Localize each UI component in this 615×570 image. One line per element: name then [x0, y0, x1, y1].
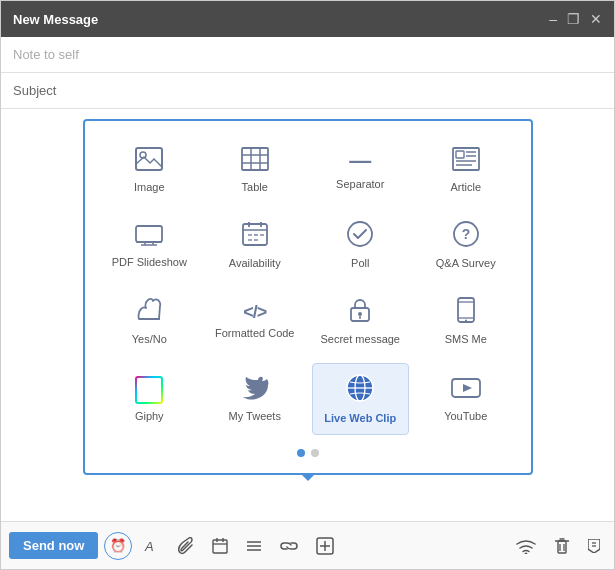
popup-arrow — [83, 473, 533, 481]
grid-item-my-tweets[interactable]: My Tweets — [206, 363, 304, 435]
formatted-code-label: Formatted Code — [215, 327, 294, 339]
note-placeholder: Note to self — [13, 47, 79, 62]
window-controls: – ❐ ✕ — [549, 12, 602, 26]
grid-item-giphy[interactable]: Giphy — [101, 363, 199, 435]
live-web-clip-label: Live Web Clip — [324, 412, 396, 424]
svg-text:?: ? — [461, 226, 470, 242]
grid-item-formatted-code[interactable]: </> Formatted Code — [206, 287, 304, 355]
send-now-button[interactable]: Send now — [9, 532, 98, 559]
more-button[interactable] — [582, 535, 606, 557]
svg-marker-43 — [463, 384, 472, 392]
title-bar: New Message – ❐ ✕ — [1, 1, 614, 37]
svg-point-27 — [348, 222, 372, 246]
grid-container: Image Table — Separator — [101, 137, 515, 435]
svg-point-32 — [358, 312, 362, 316]
insert-grid-popup: Image Table — Separator — [83, 119, 533, 475]
poll-label: Poll — [351, 257, 369, 269]
svg-rect-0 — [136, 148, 162, 170]
maximize-button[interactable]: ❐ — [567, 12, 580, 26]
calendar-button[interactable] — [206, 534, 234, 558]
my-tweets-icon — [241, 376, 269, 404]
secret-message-label: Secret message — [321, 333, 400, 345]
grid-item-article[interactable]: Article — [417, 137, 515, 203]
toolbar: Send now ⏰ A — [1, 521, 614, 569]
grid-item-yes-no[interactable]: Yes/No — [101, 287, 199, 355]
dot-2[interactable] — [311, 449, 319, 457]
image-label: Image — [134, 181, 165, 193]
grid-item-youtube[interactable]: YouTube — [417, 363, 515, 435]
yes-no-label: Yes/No — [132, 333, 167, 345]
pdf-slideshow-label: PDF Slideshow — [112, 256, 187, 268]
giphy-icon — [135, 376, 163, 404]
svg-rect-13 — [136, 226, 162, 242]
svg-rect-57 — [558, 541, 566, 553]
grid-item-pdf-slideshow[interactable]: PDF Slideshow — [101, 211, 199, 279]
separator-icon: — — [349, 150, 371, 172]
availability-label: Availability — [229, 257, 281, 269]
table-icon — [241, 147, 269, 175]
svg-text:A: A — [144, 539, 154, 554]
grid-item-availability[interactable]: Availability — [206, 211, 304, 279]
grid-item-separator[interactable]: — Separator — [312, 137, 410, 203]
secret-message-icon — [349, 297, 371, 327]
main-window: New Message – ❐ ✕ Note to self Subject — [0, 0, 615, 570]
image-icon — [135, 147, 163, 175]
youtube-label: YouTube — [444, 410, 487, 422]
grid-item-table[interactable]: Table — [206, 137, 304, 203]
subject-bar[interactable]: Subject — [1, 73, 614, 109]
my-tweets-label: My Tweets — [229, 410, 281, 422]
svg-point-37 — [465, 320, 467, 322]
grid-item-poll[interactable]: Poll — [312, 211, 410, 279]
table-label: Table — [242, 181, 268, 193]
svg-rect-45 — [213, 540, 227, 553]
grid-item-secret-message[interactable]: Secret message — [312, 287, 410, 355]
svg-rect-8 — [456, 151, 464, 158]
grid-item-live-web-clip[interactable]: Live Web Clip — [312, 363, 410, 435]
svg-point-55 — [525, 552, 528, 554]
youtube-icon — [451, 376, 481, 404]
plus-button[interactable] — [310, 533, 340, 559]
qa-survey-label: Q&A Survey — [436, 257, 496, 269]
yes-no-icon — [135, 297, 163, 327]
close-button[interactable]: ✕ — [590, 12, 602, 26]
sms-me-label: SMS Me — [445, 333, 487, 345]
pagination-dots — [101, 449, 515, 457]
toolbar-right — [510, 533, 606, 559]
svg-rect-2 — [242, 148, 268, 170]
attachment-button[interactable] — [172, 533, 200, 559]
subject-label: Subject — [13, 83, 56, 98]
wifi-button[interactable] — [510, 534, 542, 558]
schedule-button[interactable]: ⏰ — [104, 532, 132, 560]
separator-label: Separator — [336, 178, 384, 190]
trash-button[interactable] — [548, 533, 576, 559]
giphy-label: Giphy — [135, 410, 164, 422]
grid-item-qa-survey[interactable]: ? Q&A Survey — [417, 211, 515, 279]
sms-me-icon — [457, 297, 475, 327]
grid-item-image[interactable]: Image — [101, 137, 199, 203]
content-area: Image Table — Separator — [1, 109, 614, 521]
availability-icon — [241, 221, 269, 251]
live-web-clip-icon — [346, 374, 374, 406]
note-to-self-bar[interactable]: Note to self — [1, 37, 614, 73]
qa-survey-icon: ? — [453, 221, 479, 251]
window-title: New Message — [13, 12, 98, 27]
grid-item-sms-me[interactable]: SMS Me — [417, 287, 515, 355]
link-button[interactable] — [274, 534, 304, 558]
formatted-code-icon: </> — [243, 303, 266, 321]
article-icon — [452, 147, 480, 175]
poll-icon — [347, 221, 373, 251]
font-button[interactable]: A — [138, 534, 166, 558]
list-button[interactable] — [240, 534, 268, 558]
dot-1[interactable] — [297, 449, 305, 457]
pdf-slideshow-icon — [135, 222, 163, 250]
article-label: Article — [450, 181, 481, 193]
minimize-button[interactable]: – — [549, 12, 557, 26]
